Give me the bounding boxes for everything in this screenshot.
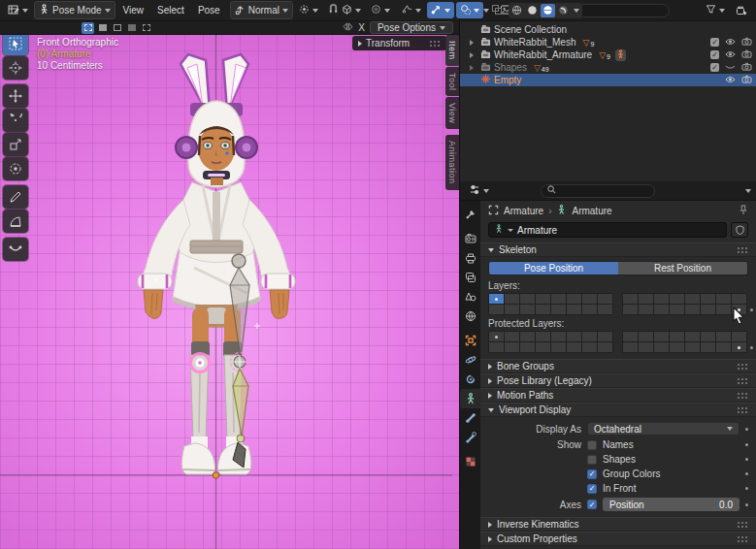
layers-grid-left[interactable] (488, 293, 613, 315)
fake-user-shield-button[interactable] (731, 222, 748, 238)
mode-dropdown[interactable]: Pose Mode (34, 1, 115, 19)
layers-decorator-dot[interactable] (750, 308, 753, 311)
new-collection-button[interactable] (732, 3, 751, 18)
eye-closed-icon[interactable] (725, 62, 736, 73)
cursor-tool[interactable] (3, 56, 28, 80)
bone-groups-panel-header[interactable]: Bone Groups (480, 359, 756, 373)
in-front-checkbox[interactable]: ✓ (587, 484, 597, 494)
axes-checkbox[interactable]: ✓ (587, 500, 597, 509)
shading-rendered-button[interactable] (556, 4, 571, 17)
tab-bone[interactable] (460, 408, 480, 428)
camera-disable-icon[interactable] (741, 49, 752, 60)
camera-disable-icon[interactable] (741, 75, 752, 85)
breadcrumb-object[interactable]: Armature (504, 206, 543, 216)
header-options-chevron[interactable] (745, 189, 751, 193)
move-tool[interactable] (3, 84, 28, 108)
decorator-dot[interactable] (745, 487, 748, 490)
shading-solid-button[interactable] (525, 4, 540, 17)
row-whiterabbit-armature[interactable]: WhiteRabbit_Armature ▽9 ✓ (460, 48, 756, 61)
tab-view[interactable]: View (445, 97, 459, 129)
armature-bones[interactable] (153, 254, 260, 468)
expand-arrow-icon[interactable] (470, 52, 474, 58)
transform-tool[interactable] (3, 157, 28, 180)
pose-breakdowner-tool[interactable] (3, 238, 28, 261)
decorator-dot[interactable] (745, 443, 748, 446)
pin-icon[interactable] (739, 205, 748, 217)
decorator-dot[interactable] (745, 458, 748, 461)
tab-render[interactable] (460, 229, 480, 248)
tab-object-data-armature[interactable] (460, 389, 480, 408)
object-type-visibility-dropdown[interactable] (398, 2, 425, 18)
shading-material-preview-button[interactable] (541, 4, 555, 17)
transform-panel-header[interactable]: Transform (352, 36, 446, 50)
camera-disable-icon[interactable] (741, 37, 752, 48)
expand-arrow-icon[interactable] (470, 40, 474, 46)
decorator-dot[interactable] (745, 428, 748, 431)
display-as-dropdown[interactable]: Octahedral (587, 422, 740, 436)
tab-bone-constraints[interactable] (460, 428, 480, 447)
motion-paths-panel-header[interactable]: Motion Paths (480, 388, 756, 403)
names-checkbox[interactable] (587, 440, 597, 450)
viewport-display-panel-header[interactable]: Viewport Display (480, 403, 756, 417)
armature-name-field[interactable]: Armature (488, 222, 727, 238)
properties-editor-type-button[interactable] (465, 182, 493, 200)
eye-icon[interactable] (725, 75, 736, 85)
properties-search-input[interactable] (541, 184, 655, 198)
snap-toggle-dropdown[interactable] (324, 2, 365, 18)
protected-layers-decorator-dot[interactable] (750, 346, 753, 349)
shading-wireframe-button[interactable] (509, 4, 524, 17)
inverse-kinematics-panel-header[interactable]: Inverse Kinematics (480, 517, 756, 532)
protected-grid-left[interactable] (488, 331, 613, 353)
tab-object-constraints[interactable] (460, 370, 480, 389)
row-whiterabbit-mesh[interactable]: WhiteRabbit_Mesh ▽9 ✓ (460, 36, 756, 48)
tab-world[interactable] (460, 307, 480, 326)
tab-texture[interactable] (460, 452, 480, 471)
rest-position-button[interactable]: Rest Position (618, 262, 747, 274)
viewport-canvas[interactable]: Front Orthographic (0) Armature 10 Centi… (0, 35, 459, 549)
select-box-tool[interactable] (3, 35, 28, 55)
show-gizmos-toggle[interactable] (427, 2, 454, 18)
tab-item[interactable]: Item (445, 35, 459, 66)
layers-grid-right[interactable] (622, 293, 747, 315)
annotate-tool[interactable] (3, 185, 28, 209)
menu-view[interactable]: View (117, 3, 150, 17)
rotate-tool[interactable] (3, 109, 28, 132)
transform-orientation-dropdown[interactable]: Normal (230, 1, 293, 19)
tab-object[interactable] (460, 331, 480, 350)
group-colors-checkbox[interactable]: ✓ (587, 469, 597, 479)
exclude-checkbox[interactable]: ✓ (710, 38, 719, 47)
menu-select[interactable]: Select (151, 3, 190, 17)
axes-position-slider[interactable]: Position 0.0 (603, 498, 740, 511)
row-empty[interactable]: Empty (460, 74, 756, 86)
shapes-checkbox[interactable] (587, 455, 597, 465)
camera-disable-icon[interactable] (741, 62, 752, 73)
pose-options-dropdown[interactable]: Pose Options (370, 21, 453, 34)
pose-position-button[interactable]: Pose Position (489, 262, 618, 274)
custom-properties-panel-header[interactable]: Custom Properties (480, 532, 756, 546)
editor-type-button[interactable] (4, 2, 32, 19)
breadcrumb-data[interactable]: Armature (572, 206, 611, 216)
pose-mirror-icon[interactable] (343, 22, 353, 33)
proportional-editing-dropdown[interactable] (367, 2, 394, 18)
row-scene-collection[interactable]: Scene Collection (460, 23, 756, 36)
select-mode-extend-button[interactable] (96, 22, 109, 34)
exclude-checkbox[interactable]: ✓ (710, 63, 719, 72)
decorator-dot[interactable] (745, 503, 748, 506)
expand-arrow-icon[interactable] (470, 65, 474, 71)
select-mode-intersect-button[interactable] (140, 22, 152, 34)
select-mode-subtract-button[interactable] (111, 22, 123, 34)
tab-tool[interactable]: Tool (445, 67, 459, 97)
tab-scene[interactable] (460, 287, 480, 307)
tab-tool[interactable] (460, 205, 480, 224)
tab-animation[interactable]: Animation (445, 135, 459, 190)
outliner-filter-dropdown[interactable] (702, 2, 729, 18)
scale-tool[interactable] (3, 133, 28, 156)
skeleton-panel-header[interactable]: Skeleton (480, 242, 756, 257)
menu-pose[interactable]: Pose (192, 3, 226, 17)
row-shapes[interactable]: Shapes ▽49 ✓ (460, 61, 756, 74)
measure-tool[interactable] (3, 210, 28, 233)
selected-bone[interactable] (233, 369, 248, 436)
pose-library-panel-header[interactable]: Pose Library (Legacy) (480, 373, 756, 388)
xray-toggle[interactable] (487, 2, 507, 19)
show-overlays-toggle[interactable] (456, 2, 483, 18)
